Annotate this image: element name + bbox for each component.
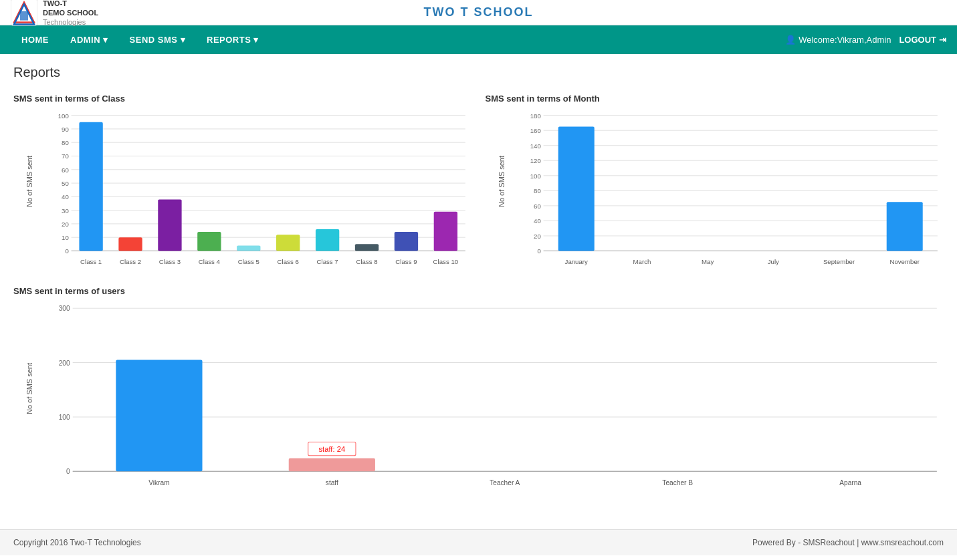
- chart-month-title: SMS sent in terms of Month: [486, 94, 944, 104]
- svg-text:30: 30: [62, 207, 69, 215]
- class-chart-y-label: No of SMS sent: [25, 156, 33, 207]
- svg-rect-45: [434, 212, 457, 251]
- svg-text:Class 1: Class 1: [80, 258, 102, 265]
- svg-text:80: 80: [534, 187, 541, 194]
- svg-text:Class 4: Class 4: [199, 258, 221, 265]
- svg-text:70: 70: [62, 152, 69, 160]
- nav-right: 👤 Welcome:Vikram,Admin LOGOUT ⇥: [785, 35, 946, 45]
- svg-text:120: 120: [530, 157, 540, 164]
- svg-text:January: January: [564, 258, 587, 265]
- svg-text:staff: 24: staff: 24: [319, 445, 346, 453]
- top-header: TWO-T DEMO SCHOOL Technologies TWO T SCH…: [0, 0, 957, 25]
- page-content: Reports SMS sent in terms of Class No of…: [0, 54, 957, 503]
- svg-text:March: March: [633, 258, 651, 265]
- class-bar-chart: 1009080706050403020100Class 1Class 2Clas…: [45, 109, 472, 270]
- svg-rect-74: [886, 202, 922, 251]
- logout-icon: ⇥: [939, 35, 946, 45]
- svg-rect-37: [276, 235, 300, 251]
- navbar: HOME ADMIN ▾ SEND SMS ▾ REPORTS ▾ 👤 Welc…: [0, 25, 957, 54]
- svg-text:July: July: [767, 258, 778, 265]
- svg-text:300: 300: [59, 305, 70, 313]
- svg-text:Teacher A: Teacher A: [490, 479, 520, 486]
- svg-text:20: 20: [62, 221, 69, 228]
- nav-left: HOME ADMIN ▾ SEND SMS ▾ REPORTS ▾: [11, 25, 270, 54]
- svg-text:Class 6: Class 6: [278, 258, 299, 265]
- nav-send-sms[interactable]: SEND SMS ▾: [119, 25, 196, 54]
- chart-month-section: SMS sent in terms of Month No of SMS sen…: [486, 94, 944, 270]
- svg-text:Class 10: Class 10: [433, 258, 459, 265]
- charts-top-row: SMS sent in terms of Class No of SMS sen…: [13, 94, 944, 270]
- svg-rect-87: [289, 458, 375, 472]
- svg-text:80: 80: [62, 139, 69, 146]
- svg-text:10: 10: [62, 234, 69, 241]
- svg-text:Class 2: Class 2: [120, 258, 141, 265]
- footer-left: Copyright 2016 Two-T Technologies: [13, 538, 141, 547]
- svg-text:Aparna: Aparna: [839, 479, 861, 486]
- svg-text:September: September: [823, 258, 855, 265]
- svg-rect-43: [395, 232, 418, 251]
- logo-area: TWO-T DEMO SCHOOL Technologies: [11, 0, 98, 27]
- svg-text:Class 8: Class 8: [356, 258, 377, 265]
- chart-class-title: SMS sent in terms of Class: [13, 94, 472, 104]
- svg-rect-41: [355, 244, 379, 251]
- svg-text:160: 160: [530, 127, 540, 134]
- svg-text:Class 7: Class 7: [317, 258, 338, 265]
- page-title: Reports: [13, 65, 944, 80]
- svg-rect-33: [197, 232, 221, 251]
- svg-text:180: 180: [530, 112, 540, 120]
- svg-text:0: 0: [66, 468, 70, 476]
- month-bar-chart: 180160140120100806040200JanuaryMarchMayJ…: [518, 109, 944, 270]
- logo-icon: [11, 0, 37, 25]
- svg-text:40: 40: [62, 193, 69, 200]
- svg-text:60: 60: [534, 202, 541, 210]
- svg-rect-68: [558, 127, 594, 251]
- svg-rect-3: [20, 11, 28, 20]
- svg-text:May: May: [702, 258, 714, 265]
- svg-text:100: 100: [58, 112, 69, 120]
- logo-text: TWO-T DEMO SCHOOL Technologies: [43, 0, 98, 27]
- nav-home[interactable]: HOME: [11, 25, 60, 54]
- chevron-down-icon: ▾: [103, 35, 108, 45]
- footer-right: Powered By - SMSReachout | www.smsreacho…: [752, 538, 944, 547]
- svg-text:200: 200: [59, 360, 70, 367]
- user-icon: 👤: [785, 35, 796, 45]
- welcome-text: 👤 Welcome:Vikram,Admin: [785, 35, 891, 45]
- chart-users-section: SMS sent in terms of users No of SMS sen…: [13, 286, 944, 492]
- svg-rect-35: [237, 245, 260, 251]
- svg-rect-29: [118, 237, 142, 251]
- chevron-down-icon: ▾: [181, 35, 186, 45]
- svg-text:Class 3: Class 3: [159, 258, 181, 265]
- svg-rect-27: [79, 122, 102, 251]
- svg-text:staff: staff: [326, 479, 338, 486]
- svg-rect-39: [316, 229, 339, 251]
- svg-text:50: 50: [62, 180, 69, 187]
- users-chart-y-label: No of SMS sent: [25, 363, 33, 414]
- nav-admin[interactable]: ADMIN ▾: [60, 25, 119, 54]
- svg-text:November: November: [889, 258, 920, 265]
- nav-reports[interactable]: REPORTS ▾: [196, 25, 270, 54]
- svg-text:0: 0: [537, 247, 540, 255]
- svg-text:100: 100: [59, 414, 70, 421]
- svg-text:60: 60: [62, 166, 69, 174]
- svg-text:0: 0: [65, 247, 68, 255]
- svg-text:20: 20: [534, 233, 541, 240]
- svg-text:40: 40: [534, 217, 541, 225]
- svg-text:140: 140: [530, 142, 540, 150]
- footer: Copyright 2016 Two-T Technologies Powere…: [0, 529, 957, 555]
- svg-text:90: 90: [62, 126, 69, 133]
- chart-class-section: SMS sent in terms of Class No of SMS sen…: [13, 94, 472, 270]
- users-bar-chart: 3002001000VikramstaffTeacher ATeacher BA…: [45, 301, 944, 492]
- site-title: TWO T SCHOOL: [424, 5, 534, 19]
- svg-text:Class 9: Class 9: [395, 258, 417, 265]
- svg-text:Teacher B: Teacher B: [662, 479, 693, 486]
- chart-users-title: SMS sent in terms of users: [13, 286, 944, 296]
- logout-button[interactable]: LOGOUT ⇥: [899, 35, 946, 45]
- svg-text:Vikram: Vikram: [148, 479, 169, 486]
- month-chart-y-label: No of SMS sent: [498, 156, 506, 207]
- svg-text:100: 100: [530, 172, 540, 180]
- svg-text:Class 5: Class 5: [238, 258, 259, 265]
- chevron-down-icon: ▾: [253, 35, 259, 45]
- svg-rect-85: [116, 360, 202, 472]
- svg-rect-31: [158, 199, 181, 251]
